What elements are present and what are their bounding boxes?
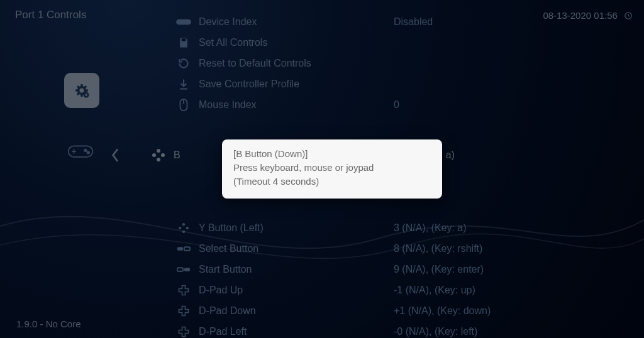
dialog-message: Press keyboard, mouse or joypad [233,161,431,175]
dialog-title: [B Button (Down)] [233,147,431,161]
input-bind-dialog[interactable]: [B Button (Down)] Press keyboard, mouse … [222,139,442,199]
app-root: Port 1 Controls 08-13-2020 01:56 [0,0,644,338]
dialog-timeout: (Timeout 4 seconds) [233,175,431,188]
